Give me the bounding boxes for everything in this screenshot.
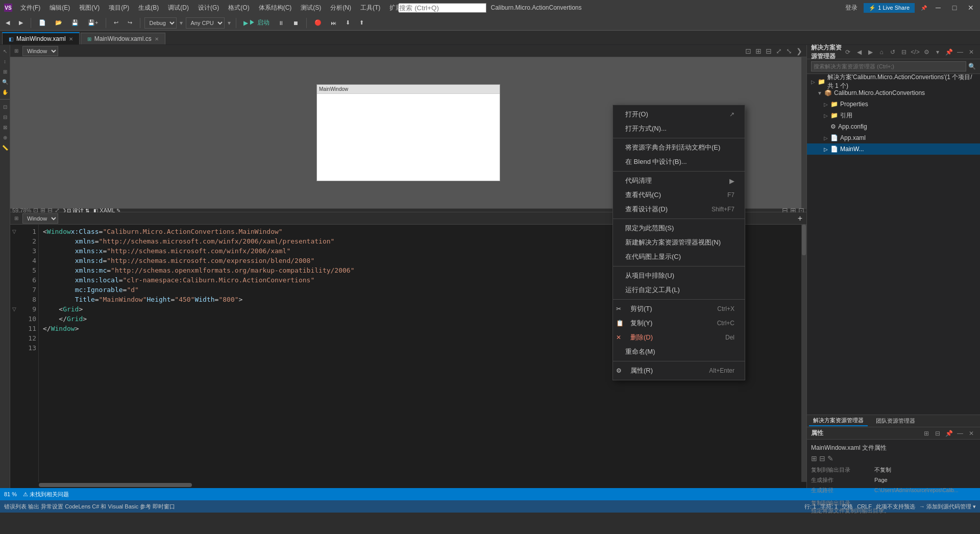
se-forward-btn[interactable]: ▶ [866, 47, 875, 57]
pause-button[interactable]: ⏸ [275, 18, 287, 28]
props-filter-btn[interactable]: ⊟ [933, 429, 942, 438]
tree-expand-mainwindow[interactable]: ▷ [822, 147, 829, 152]
activity-cursor[interactable]: ↖ [1, 47, 9, 55]
se-close-se-btn[interactable]: ✕ [967, 47, 976, 57]
menu-analyze[interactable]: 分析(N) [326, 2, 355, 14]
user-login[interactable]: 登录 [845, 4, 857, 12]
activity-ruler[interactable]: 📏 [1, 143, 9, 152]
menu-file[interactable]: 文件(F) [16, 2, 44, 14]
tab-solution-explorer[interactable]: 解决方案资源管理器 [809, 416, 868, 426]
designer-fit-icon[interactable]: ⊡ [745, 47, 751, 55]
tab-mainwindow-xaml[interactable]: ◧ MainWindow.xaml ✕ [2, 32, 80, 44]
menu-build[interactable]: 生成(B) [134, 2, 163, 14]
maximize-button[interactable]: □ [949, 3, 960, 13]
undo-button[interactable]: ↩ [110, 18, 122, 28]
step-over-button[interactable]: ⏭ [327, 18, 340, 28]
se-refresh-btn[interactable]: ↺ [888, 47, 897, 57]
ctx-copy[interactable]: 📋 复制(Y) Ctrl+C [613, 316, 745, 330]
ctx-view-designer[interactable]: 查看设计器(D) Shift+F7 [613, 202, 745, 216]
live-share-button[interactable]: ⚡ 1 Live Share [864, 3, 915, 13]
fold-9[interactable]: ▽ [10, 304, 18, 314]
se-code-btn[interactable]: </> [911, 47, 920, 57]
activity-zoom[interactable]: 🔍 [1, 78, 9, 86]
ctx-new-view[interactable]: 新建解决方案资源管理器视图(N) [613, 235, 745, 250]
close-button[interactable]: ✕ [966, 3, 976, 13]
designer-scrollbar[interactable] [801, 57, 806, 208]
se-pin-btn[interactable]: 📌 [944, 47, 953, 57]
ctx-delete[interactable]: ✕ 删除(D) Del [613, 330, 745, 345]
tree-expand-appxaml[interactable]: ▷ [822, 135, 829, 141]
save-all-button[interactable]: 💾+ [84, 18, 102, 28]
tab-close-cs[interactable]: ✕ [155, 36, 159, 42]
ctx-scope[interactable]: 限定为此范围(S) [613, 221, 745, 235]
props-pin-btn[interactable]: 📌 [944, 429, 953, 438]
se-sync-btn[interactable]: ⟳ [843, 47, 852, 57]
h-scroll-thumb[interactable] [39, 483, 192, 487]
step-into-button[interactable]: ⬇ [342, 18, 354, 28]
menu-arch[interactable]: 体系结构(C) [255, 2, 296, 14]
ctx-properties[interactable]: ⚙ 属性(R) Alt+Enter [613, 363, 745, 378]
code-scrollbar-vertical[interactable] [801, 225, 806, 482]
tree-expand-properties[interactable]: ▷ [822, 102, 829, 107]
activity-select[interactable]: ⊞ [1, 67, 9, 76]
activity-pan[interactable]: ✋ [1, 88, 9, 96]
menu-tools[interactable]: 工具(T) [356, 2, 384, 14]
se-filter-btn[interactable]: ⊟ [899, 47, 909, 57]
props-icon-2[interactable]: ⊟ [819, 454, 825, 463]
menu-design[interactable]: 设计(G) [194, 2, 223, 14]
props-minimize-btn[interactable]: — [955, 429, 965, 438]
ctx-view-code[interactable]: 查看代码(C) F7 [613, 188, 745, 202]
props-icon-3[interactable]: ✎ [827, 454, 834, 463]
tree-item-properties[interactable]: ▷ 📁 Properties [807, 99, 980, 110]
save-button[interactable]: 💾 [68, 18, 82, 28]
ctx-code-cleanup[interactable]: 代码清理 ▶ [613, 174, 745, 188]
se-settings-btn[interactable]: ⚙ [922, 47, 931, 57]
designer-snap-icon[interactable]: ⊟ [766, 47, 772, 55]
tree-item-appconfig[interactable]: ⚙ App.config [807, 121, 980, 132]
designer-collapse-icon[interactable]: ⤡ [786, 47, 792, 55]
ctx-show-code-map[interactable]: 在代码图上显示(C) [613, 250, 745, 264]
designer-chevron-icon[interactable]: ❯ [796, 47, 802, 55]
run-button[interactable]: ▶ ▶ 启动 [240, 17, 272, 28]
ctx-cut[interactable]: ✂ 剪切(T) Ctrl+X [613, 302, 745, 316]
se-more-btn[interactable]: ▾ [933, 47, 942, 57]
window-selector[interactable]: Window [22, 213, 58, 224]
step-out-button[interactable]: ⬆ [356, 18, 368, 28]
tree-item-mainwindow[interactable]: ▷ 📄 MainW... [807, 143, 980, 155]
props-icon-1[interactable]: ⊞ [811, 454, 817, 463]
designer-grid-icon[interactable]: ⊞ [755, 47, 762, 55]
ctx-open-with[interactable]: 打开方式(N)... [613, 122, 745, 136]
props-close-btn[interactable]: ✕ [967, 429, 976, 438]
se-minimize-btn[interactable]: — [955, 47, 965, 57]
tree-expand-project[interactable]: ▼ [816, 90, 823, 96]
new-button[interactable]: 📄 [35, 18, 50, 28]
tree-expand-references[interactable]: ▷ [822, 113, 829, 118]
ctx-exclude[interactable]: 从项目中排除(U) [613, 269, 745, 283]
ctx-rename[interactable]: 重命名(M) [613, 345, 745, 359]
tab-team-explorer[interactable]: 团队资源管理器 [872, 416, 919, 426]
ctx-design-blend[interactable]: 在 Blend 中设计(B)... [613, 155, 745, 169]
activity-pointer[interactable]: ↕ [1, 57, 9, 65]
redo-button[interactable]: ↪ [124, 18, 136, 28]
menu-edit[interactable]: 编辑(E) [45, 2, 74, 14]
add-code-icon[interactable]: + [798, 214, 802, 223]
se-search-icon[interactable]: 🔍 [968, 63, 976, 70]
ctx-open[interactable]: 打开(O) ↗ [613, 107, 745, 122]
pin-icon[interactable]: 📌 [921, 5, 927, 11]
ctx-merge-resource[interactable]: 将资源字典合并到活动文档中(E) [613, 140, 745, 155]
stop-button[interactable]: ⏹ [289, 18, 302, 28]
activity-grid[interactable]: ⊟ [1, 113, 9, 121]
fold-1[interactable]: ▽ [10, 227, 18, 236]
tree-item-appxaml[interactable]: ▷ 📄 App.xaml [807, 132, 980, 143]
search-input[interactable] [398, 3, 486, 13]
scroll-thumb-vertical[interactable] [802, 225, 806, 255]
props-sort-btn[interactable]: ⊞ [922, 429, 931, 438]
se-search-input[interactable] [811, 61, 966, 71]
menu-view[interactable]: 视图(V) [75, 2, 104, 14]
status-errors[interactable]: ⚠ 未找到相关问题 [23, 491, 69, 498]
open-button[interactable]: 📂 [52, 18, 66, 28]
breakpoint-button[interactable]: 🔴 [311, 18, 325, 28]
cpu-config-dropdown[interactable]: Any CPU [186, 17, 225, 29]
tree-expand-solution[interactable]: ▷ [810, 79, 817, 85]
forward-button[interactable]: ▶ [15, 18, 27, 28]
